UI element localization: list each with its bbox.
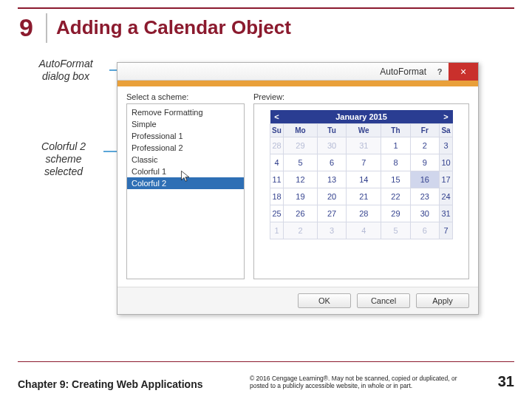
- calendar-day[interactable]: 28: [270, 137, 284, 154]
- calendar-day[interactable]: 31: [440, 205, 453, 222]
- calendar-day[interactable]: 27: [317, 205, 346, 222]
- calendar-month-label: January 2015: [284, 110, 440, 124]
- calendar-day[interactable]: 18: [270, 188, 284, 205]
- calendar-day[interactable]: 8: [381, 154, 410, 171]
- calendar-day[interactable]: 10: [440, 154, 453, 171]
- calendar-day[interactable]: 2: [284, 222, 318, 239]
- help-icon[interactable]: ?: [431, 67, 449, 76]
- scheme-item[interactable]: Classic: [127, 154, 244, 166]
- calendar-day[interactable]: 22: [381, 188, 410, 205]
- callout-scheme-selected: Colorful 2 scheme selected: [27, 140, 100, 177]
- calendar-day[interactable]: 14: [347, 171, 381, 188]
- select-scheme-label: Select a scheme:: [126, 92, 245, 101]
- calendar-day[interactable]: 28: [347, 205, 381, 222]
- calendar-weekday: Tu: [317, 124, 346, 137]
- calendar-day[interactable]: 25: [270, 205, 284, 222]
- calendar-day[interactable]: 24: [440, 188, 453, 205]
- calendar-day[interactable]: 6: [317, 154, 346, 171]
- calendar-day[interactable]: 17: [440, 171, 453, 188]
- calendar-day[interactable]: 20: [317, 188, 346, 205]
- calendar-day[interactable]: 5: [284, 154, 318, 171]
- preview-label: Preview:: [253, 92, 284, 101]
- calendar-day[interactable]: 21: [347, 188, 381, 205]
- calendar-weekday: Th: [381, 124, 410, 137]
- calendar-day[interactable]: 23: [410, 188, 439, 205]
- calendar-day[interactable]: 15: [381, 171, 410, 188]
- calendar-weekday: Fr: [410, 124, 439, 137]
- apply-button[interactable]: Apply: [416, 293, 469, 308]
- calendar-day[interactable]: 19: [284, 188, 318, 205]
- preview-pane: < January 2015 > SuMoTuWeThFrSa 28293031…: [253, 103, 469, 279]
- calendar-day[interactable]: 4: [270, 154, 284, 171]
- footer-chapter: Chapter 9: Creating Web Applications: [18, 378, 239, 390]
- dialog-accent-band: [117, 81, 478, 86]
- calendar-day[interactable]: 1: [270, 222, 284, 239]
- chapter-divider: [46, 13, 47, 43]
- calendar-day[interactable]: 31: [347, 137, 381, 154]
- calendar-day[interactable]: 16: [410, 171, 439, 188]
- callout-autoformat-dialog: AutoFormat dialog box: [25, 58, 106, 83]
- footer-copyright: © 2016 Cengage Learning®. May not be sca…: [239, 375, 486, 390]
- dialog-title: AutoFormat: [380, 66, 431, 77]
- calendar-weekday: Sa: [440, 124, 453, 137]
- calendar-prev-icon[interactable]: <: [270, 110, 284, 124]
- calendar-day[interactable]: 26: [284, 205, 318, 222]
- scheme-item[interactable]: Simple: [127, 118, 244, 130]
- footer-page-number: 31: [486, 373, 514, 390]
- calendar-day[interactable]: 11: [270, 171, 284, 188]
- calendar-weekday: Su: [270, 124, 284, 137]
- calendar-day[interactable]: 1: [381, 137, 410, 154]
- calendar-day[interactable]: 2: [410, 137, 439, 154]
- ok-button[interactable]: OK: [298, 293, 351, 308]
- calendar-day[interactable]: 6: [410, 222, 439, 239]
- calendar-day[interactable]: 13: [317, 171, 346, 188]
- calendar-day[interactable]: 9: [410, 154, 439, 171]
- footer-rule: [18, 361, 514, 362]
- calendar-day[interactable]: 12: [284, 171, 318, 188]
- autoformat-dialog: AutoFormat ? × Select a scheme: Preview:…: [117, 62, 479, 315]
- dialog-titlebar[interactable]: AutoFormat ? ×: [117, 63, 478, 81]
- scheme-listbox[interactable]: Remove FormattingSimpleProfessional 1Pro…: [126, 103, 245, 279]
- calendar-day[interactable]: 30: [317, 137, 346, 154]
- close-icon[interactable]: ×: [449, 63, 478, 81]
- chapter-number: 9: [19, 13, 33, 42]
- cancel-button[interactable]: Cancel: [357, 293, 410, 308]
- calendar-day[interactable]: 4: [347, 222, 381, 239]
- calendar-day[interactable]: 29: [381, 205, 410, 222]
- calendar-day[interactable]: 5: [381, 222, 410, 239]
- scheme-item[interactable]: Remove Formatting: [127, 106, 244, 118]
- calendar-weekday: Mo: [284, 124, 318, 137]
- calendar-day[interactable]: 7: [440, 222, 453, 239]
- scheme-item[interactable]: Colorful 2: [127, 177, 244, 189]
- scheme-item[interactable]: Professional 1: [127, 130, 244, 142]
- calendar-day[interactable]: 29: [284, 137, 318, 154]
- scheme-item[interactable]: Professional 2: [127, 142, 244, 154]
- calendar-day[interactable]: 3: [317, 222, 346, 239]
- calendar-next-icon[interactable]: >: [440, 110, 453, 124]
- header-rule: [18, 7, 514, 9]
- calendar-weekday: We: [347, 124, 381, 137]
- leader-line: [109, 69, 117, 71]
- calendar-day[interactable]: 30: [410, 205, 439, 222]
- page-title: Adding a Calendar Object: [56, 16, 291, 39]
- calendar-day[interactable]: 7: [347, 154, 381, 171]
- scheme-item[interactable]: Colorful 1: [127, 166, 244, 177]
- calendar-day[interactable]: 3: [440, 137, 453, 154]
- calendar-preview: < January 2015 > SuMoTuWeThFrSa 28293031…: [270, 110, 453, 239]
